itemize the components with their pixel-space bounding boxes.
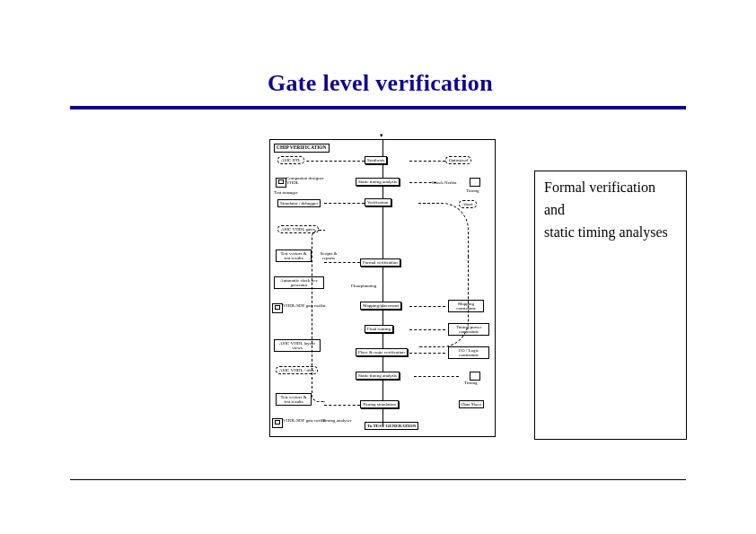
cloud-abort: Abort xyxy=(459,200,477,208)
notes-line: static timing analyses xyxy=(544,223,677,241)
box-formal: Formal verification xyxy=(360,258,400,267)
box-verification: Verification xyxy=(365,198,391,206)
feedback-arc xyxy=(418,203,469,258)
feedback-arc-left xyxy=(312,230,325,402)
page: Gate level verification ▾ CHIP VERIFICAT… xyxy=(0,0,756,534)
box-sta-2: Static timing analysis xyxy=(356,372,400,380)
doc-icon xyxy=(470,178,480,187)
label-floorplan: Floorplanning xyxy=(351,284,376,288)
label-designer: Companion designer VHDL xyxy=(286,176,330,186)
diagram-title: CHIP VERIFICATION xyxy=(274,144,330,153)
page-title: Gate level verification xyxy=(268,70,686,97)
cloud-rtl: ASIC RTL xyxy=(277,156,304,164)
label-analyzer: Timing analyzer xyxy=(322,418,352,423)
connector xyxy=(414,376,459,378)
label-check-netlist: Check Netlist xyxy=(432,180,456,185)
notes-line: and xyxy=(544,201,677,218)
box-to-test: To TEST GENERATION xyxy=(365,422,418,430)
doc-datasheet: Data Sheet xyxy=(459,400,484,408)
notes-box: Formal verification and static timing an… xyxy=(534,171,687,440)
label-test-mgr: Test manager xyxy=(274,190,298,195)
footer-rule xyxy=(70,479,686,480)
pc-icon xyxy=(272,418,283,428)
cloud-optimized: Optimized xyxy=(445,156,471,164)
header: Gate level verification xyxy=(70,70,686,109)
connector xyxy=(409,353,445,355)
box-place-route: Place & route verification xyxy=(356,348,408,356)
doc-icon xyxy=(470,372,480,381)
connector xyxy=(324,203,365,205)
pc-icon xyxy=(276,178,286,188)
box-routing: Final routing xyxy=(365,325,393,333)
flow-diagram: ▾ CHIP VERIFICATION Synthesis Static tim… xyxy=(269,139,496,437)
doc-simulator: Simulator / debugger xyxy=(277,199,321,207)
doc-io-constr: I/O / Logic constraints xyxy=(448,346,489,359)
connector xyxy=(297,161,365,162)
pc-icon xyxy=(272,303,283,313)
box-mapping: Mapping/placement xyxy=(360,302,401,310)
header-rule xyxy=(70,106,686,109)
label-timing-1: Timing xyxy=(466,188,479,193)
notes-line: Formal verification xyxy=(544,179,677,196)
label-vhdl: VHDL/SDF gate netlist xyxy=(283,418,326,423)
doc-test-vec-2: Test vectors & test results xyxy=(276,393,312,406)
connector xyxy=(324,405,360,407)
connector xyxy=(324,262,360,264)
box-timing-sim: Timing simulation xyxy=(360,400,399,408)
doc-test-vec: Test vectors & test results xyxy=(276,249,312,262)
feedback-arc xyxy=(418,257,469,347)
label-timing-2: Timing xyxy=(464,381,478,385)
entry-arrow-icon: ▾ xyxy=(380,132,383,139)
connector xyxy=(409,161,445,162)
box-synthesis: Synthesis xyxy=(365,156,387,164)
box-sta-1: Static timing analysis xyxy=(356,178,400,186)
